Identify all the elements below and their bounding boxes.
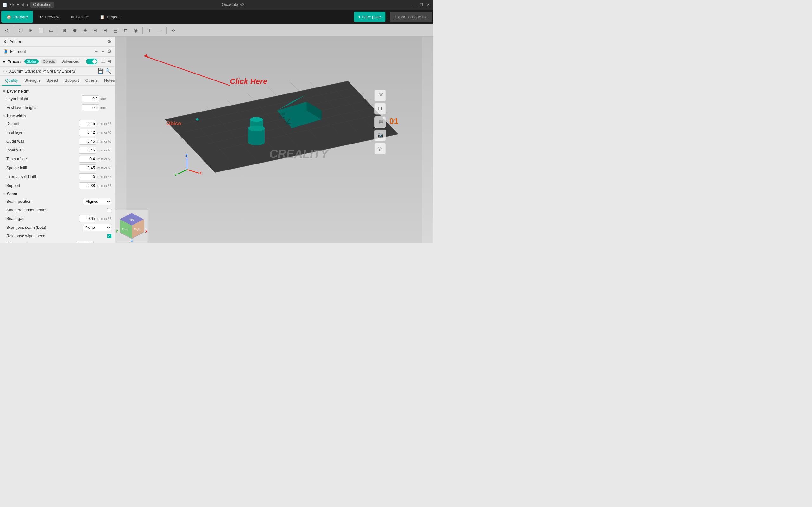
seam-gap-unit: mm or %	[97, 217, 111, 221]
support-width-input[interactable]	[79, 182, 96, 189]
printer-label: Printer	[9, 39, 21, 44]
back-btn[interactable]: ◁	[21, 3, 24, 7]
first-layer-width-unit: mm or %	[97, 130, 111, 134]
calibration-btn[interactable]: Calibration	[31, 2, 54, 8]
section-line-width-icon: ≡	[3, 114, 5, 118]
left-panel: 🖨 Printer ⚙ 🧵 Filament ＋ － ⚙ ≡ Process G…	[0, 37, 115, 243]
support-width-unit: mm or %	[97, 184, 111, 187]
tab-speed[interactable]: Speed	[43, 76, 61, 86]
separator-4	[166, 27, 166, 34]
minimize-btn[interactable]: —	[412, 3, 417, 7]
printer-section: 🖨 Printer ⚙	[0, 37, 114, 47]
scene-3d: CREALITY Obico	[115, 37, 433, 243]
svg-text:X: X	[145, 230, 148, 233]
forward-btn[interactable]: ▷	[26, 3, 29, 7]
filament-icon: 🧵	[3, 49, 8, 54]
global-tag[interactable]: Global	[24, 59, 39, 64]
color-btn[interactable]: ◉	[131, 26, 140, 35]
view-grid-btn[interactable]: ⊞	[26, 26, 35, 35]
svg-text:▤: ▤	[379, 119, 383, 124]
navbar: 🏠 Prepare 👁 Preview 🖥 Device 📋 Project ▾…	[0, 9, 433, 24]
svg-text:Obico: Obico	[166, 120, 181, 126]
section-line-width: ≡ Line width	[0, 112, 114, 119]
row-first-layer-height: First layer height mm	[0, 103, 114, 112]
filament-remove-btn[interactable]: －	[101, 49, 105, 55]
viewport-thumbnail[interactable]: Top Front Right Z X Y	[115, 210, 148, 243]
support-btn[interactable]: ◈	[81, 26, 90, 35]
nav-tab-prepare[interactable]: 🏠 Prepare	[1, 11, 33, 23]
inner-wall-width-input[interactable]	[79, 147, 96, 154]
svg-text:Front: Front	[122, 228, 128, 231]
advanced-label: Advanced	[62, 59, 79, 64]
close-btn[interactable]: ✕	[426, 3, 431, 7]
nav-tab-preview[interactable]: 👁 Preview	[34, 11, 64, 23]
objects-tag[interactable]: Objects	[41, 59, 57, 64]
internal-solid-width-input[interactable]	[79, 173, 96, 180]
view-ortho-btn[interactable]: ⬜	[37, 26, 45, 35]
default-width-input[interactable]	[79, 120, 96, 127]
wipe-speed-input[interactable]	[76, 241, 94, 243]
process-icon: ≡	[3, 59, 6, 64]
maximize-btn[interactable]: ❐	[419, 3, 424, 7]
layer-btn[interactable]: ▤	[111, 26, 120, 35]
view-flat-btn[interactable]: ▭	[47, 26, 55, 35]
export-button[interactable]: Export G-code file	[390, 12, 432, 22]
svg-point-27	[250, 117, 263, 122]
svg-text:Z: Z	[186, 153, 188, 157]
preset-icon: ◌	[3, 69, 7, 73]
main-content: 🖨 Printer ⚙ 🧵 Filament ＋ － ⚙ ≡ Process G…	[0, 37, 433, 243]
filament-settings-btn[interactable]: ⚙	[107, 49, 111, 55]
seam-gap-input[interactable]	[79, 215, 96, 222]
sparse-infill-width-input[interactable]	[79, 164, 96, 171]
first-layer-height-input[interactable]	[82, 104, 99, 111]
inner-wall-width-unit: mm or %	[97, 148, 111, 152]
seam-position-select[interactable]: Aligned Rear Random	[83, 198, 111, 205]
nav-tab-device[interactable]: 🖥 Device	[65, 11, 94, 23]
preset-search-btn[interactable]: 🔍	[105, 68, 111, 74]
tab-strength[interactable]: Strength	[21, 76, 43, 86]
outer-wall-width-input[interactable]	[79, 138, 96, 145]
menu-file[interactable]: File	[9, 3, 15, 7]
paint-btn[interactable]: ⬟	[70, 26, 79, 35]
svg-text:Y: Y	[116, 230, 118, 233]
nav-tab-project[interactable]: 📋 Project	[95, 11, 124, 23]
collapse-panel-btn[interactable]: ◁	[3, 26, 11, 35]
top-surface-width-input[interactable]	[79, 156, 96, 163]
filament-add-btn[interactable]: ＋	[94, 49, 99, 55]
separator-1	[14, 27, 14, 34]
separator-2	[58, 27, 58, 34]
grid-view-btn[interactable]: ⊞	[107, 59, 111, 64]
first-layer-width-input[interactable]	[79, 129, 96, 136]
project-icon: 📋	[100, 14, 105, 19]
font-btn[interactable]: T	[145, 26, 154, 35]
orient-btn[interactable]: ⊕	[60, 26, 69, 35]
outer-wall-width-unit: mm or %	[97, 139, 111, 143]
tab-quality[interactable]: Quality	[2, 76, 21, 86]
network-btn[interactable]: ⊹	[169, 26, 177, 35]
line-btn[interactable]: —	[155, 26, 164, 35]
scarf-joint-select[interactable]: None	[83, 224, 111, 231]
staggered-seams-checkbox[interactable]	[107, 208, 111, 212]
preset-save-btn[interactable]: 💾	[97, 68, 103, 74]
arrange-btn[interactable]: ⊞	[91, 26, 100, 35]
tab-support[interactable]: Support	[61, 76, 82, 86]
slice-button[interactable]: ▾ Slice plate	[354, 12, 386, 22]
titlebar: 📄 File ▾ ◁ ▷ Calibration OrcaCube v2 — ❐…	[0, 0, 433, 9]
section-layer-height-icon: ≡	[3, 89, 5, 94]
row-outer-wall-width: Outer wall mm or %	[0, 137, 114, 146]
measure-btn[interactable]: ⊏	[121, 26, 130, 35]
slice-dropdown-icon[interactable]: ▾	[358, 14, 361, 19]
layer-height-input[interactable]	[82, 95, 99, 102]
viewport[interactable]: CREALITY Obico	[115, 37, 433, 243]
tab-others[interactable]: Others	[82, 76, 101, 86]
role-base-wipe-checkbox[interactable]: ✓	[107, 234, 111, 238]
view-cube-btn[interactable]: ⬡	[16, 26, 25, 35]
filament-section: 🧵 Filament ＋ － ⚙	[0, 47, 114, 57]
split-btn[interactable]: ⊟	[101, 26, 110, 35]
list-view-btn[interactable]: ☰	[101, 59, 105, 64]
row-role-base-wipe: Role base wipe speed ✓	[0, 232, 114, 240]
advanced-toggle[interactable]	[86, 59, 97, 64]
printer-settings-btn[interactable]: ⚙	[107, 39, 111, 44]
svg-text:Z: Z	[131, 239, 133, 243]
dropdown-icon[interactable]: ▾	[17, 3, 19, 7]
